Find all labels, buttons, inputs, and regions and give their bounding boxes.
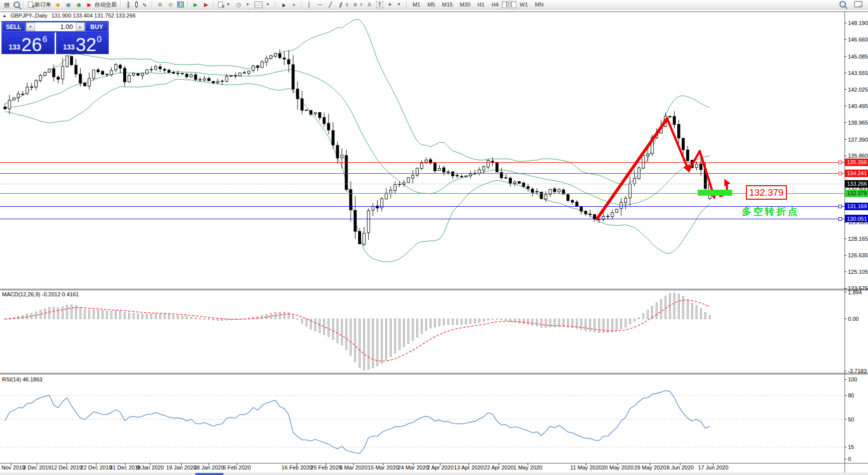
line-chart-button[interactable]: ∿ xyxy=(139,1,150,9)
autotrade-button[interactable]: ▶ 自动交易 xyxy=(84,1,118,9)
svg-text:132.379: 132.379 xyxy=(847,190,867,196)
shapes-button[interactable]: ✦▾ xyxy=(385,1,404,9)
toolbar-separator xyxy=(213,1,214,8)
svg-text:25 Feb 2020: 25 Feb 2020 xyxy=(311,464,342,470)
pivot-note-text[interactable]: 多空转折点 xyxy=(742,205,799,218)
text-button[interactable]: A xyxy=(364,1,375,9)
horizontal-scrollbar[interactable] xyxy=(0,472,868,475)
auto-scroll-button[interactable]: ▶ xyxy=(190,1,201,9)
candle-chart-button[interactable] xyxy=(134,1,139,9)
svg-text:-3.7183: -3.7183 xyxy=(848,368,866,374)
zoom-out-button[interactable]: ⊖ xyxy=(165,1,176,9)
text-label-button[interactable]: T xyxy=(375,1,385,9)
fibo-sub: F xyxy=(361,3,363,7)
chart-shift-icon: ▶ xyxy=(202,1,210,9)
svg-text:11 May 2020: 11 May 2020 xyxy=(570,464,602,470)
trendline-button[interactable]: ╱ xyxy=(325,1,336,9)
new-order-button[interactable]: 新订单 xyxy=(27,1,53,9)
one-click-trade-panel: SELL ▼ 1.00 ▲ BUY 133 26 6 133 32 0 xyxy=(2,21,109,54)
shapes-icon: ✦ xyxy=(386,1,394,9)
tf-button-H4[interactable]: H4 xyxy=(488,1,502,8)
chart-shift-button[interactable]: ▶ xyxy=(201,1,211,9)
svg-text:128.165: 128.165 xyxy=(848,236,868,242)
volume-up-button[interactable]: ▲ xyxy=(76,23,85,31)
toolbar-separator xyxy=(152,1,153,8)
svg-text:135.266: 135.266 xyxy=(847,159,867,165)
svg-text:80: 80 xyxy=(848,392,854,398)
chat-icon xyxy=(854,1,862,8)
svg-text:13 Apr 2020: 13 Apr 2020 xyxy=(454,464,483,470)
hline-button[interactable]: ─ xyxy=(315,1,325,9)
sell-button[interactable]: SELL xyxy=(2,22,25,32)
indicators-button[interactable]: ▾ xyxy=(216,1,233,9)
market-watch-button[interactable]: ▤ xyxy=(2,1,12,9)
search-button[interactable] xyxy=(839,1,846,9)
svg-text:8 Jun 2020: 8 Jun 2020 xyxy=(667,464,694,470)
tf-button-H1[interactable]: H1 xyxy=(474,1,488,8)
macd-label: MACD(12,26,9) -0.2012 0.4161 xyxy=(2,291,79,297)
buy-button[interactable]: BUY xyxy=(85,22,108,32)
tile-windows-icon xyxy=(177,2,184,8)
svg-text:15: 15 xyxy=(848,444,854,450)
zoom-in-button[interactable]: ⊕ xyxy=(155,1,165,9)
volume-value[interactable]: 1.00 xyxy=(35,23,76,31)
svg-text:0.00: 0.00 xyxy=(848,316,858,322)
text-icon: A xyxy=(366,1,373,9)
indicators-icon xyxy=(218,2,223,8)
channel-icon: ∥ xyxy=(336,0,346,10)
metaeditor-button[interactable]: ◆ xyxy=(53,1,63,9)
svg-text:50: 50 xyxy=(848,416,854,422)
data-window-button[interactable] xyxy=(12,1,22,9)
tf-button-M30[interactable]: M30 xyxy=(456,1,474,8)
svg-text:138.965: 138.965 xyxy=(848,120,868,126)
channel-button[interactable]: ∥E xyxy=(336,1,350,9)
new-order-label: 新订单 xyxy=(35,1,51,9)
buy-price[interactable]: 133 32 0 xyxy=(56,33,109,54)
market-button[interactable]: ◉ xyxy=(63,1,74,9)
bar-chart-button[interactable]: ║ xyxy=(123,1,134,9)
autotrade-label: 自动交易 xyxy=(95,1,117,9)
svg-text:29 May 2020: 29 May 2020 xyxy=(634,464,666,470)
date-axis[interactable]: 4 Nov 20193 Dec 201912 Dec 201922 Dec 20… xyxy=(0,463,728,470)
svg-text:12 Dec 2019: 12 Dec 2019 xyxy=(51,464,82,470)
chat-button[interactable] xyxy=(854,1,862,9)
volume-down-button[interactable]: ▼ xyxy=(26,23,35,31)
crosshair-button[interactable]: ＋ xyxy=(288,1,299,9)
vline-button[interactable]: │ xyxy=(304,1,315,9)
svg-text:16 Feb 2020: 16 Feb 2020 xyxy=(281,464,313,470)
svg-text:17 Jun 2020: 17 Jun 2020 xyxy=(698,464,729,470)
cursor-button[interactable]: ▲ xyxy=(278,1,288,9)
tf-button-MN[interactable]: MN xyxy=(531,1,547,8)
toolbar-separator xyxy=(301,1,302,8)
sell-price[interactable]: 133 26 6 xyxy=(2,33,55,54)
autotrade-icon: ▶ xyxy=(86,1,93,9)
signals-button[interactable]: ◉ xyxy=(74,1,84,9)
fibonacci-icon: ≡ xyxy=(352,1,359,9)
templates-button[interactable]: ▾ xyxy=(253,1,273,9)
tf-button-M1[interactable]: M1 xyxy=(409,1,424,8)
tf-button-M15[interactable]: M15 xyxy=(439,1,456,8)
symbol-period-label: GBPJPY-,Daily xyxy=(11,13,48,19)
hline-icon: ─ xyxy=(316,1,324,9)
svg-text:100: 100 xyxy=(848,376,857,382)
clock-icon: ◷ xyxy=(235,1,242,9)
svg-text:145.085: 145.085 xyxy=(848,54,868,60)
oneclick-toggle-icon[interactable]: ▲ xyxy=(3,14,7,18)
chart-canvas[interactable]: 148.190146.660145.085143.555142.025140.4… xyxy=(0,0,868,475)
svg-text:146.660: 146.660 xyxy=(848,37,868,43)
tf-button-D1[interactable]: D1 xyxy=(502,1,516,8)
support-price-label[interactable]: 132.379 xyxy=(746,185,787,200)
toolbar-separator xyxy=(120,1,121,8)
svg-text:24 Mar 2020: 24 Mar 2020 xyxy=(398,464,429,470)
tf-button-W1[interactable]: W1 xyxy=(516,1,532,8)
tile-windows-button[interactable] xyxy=(176,1,185,9)
fibonacci-button[interactable]: ≡F xyxy=(350,1,364,9)
svg-text:130.051: 130.051 xyxy=(847,216,867,222)
tf-button-M5[interactable]: M5 xyxy=(424,1,438,8)
vline-icon: │ xyxy=(306,1,313,9)
periods-button[interactable]: ◷▾ xyxy=(233,1,253,9)
scrollbar-thumb[interactable] xyxy=(195,473,223,475)
new-order-icon xyxy=(28,2,33,8)
trade-panel-prices: 133 26 6 133 32 0 xyxy=(2,33,109,54)
trade-panel-top-row: SELL ▼ 1.00 ▲ BUY xyxy=(2,21,109,33)
